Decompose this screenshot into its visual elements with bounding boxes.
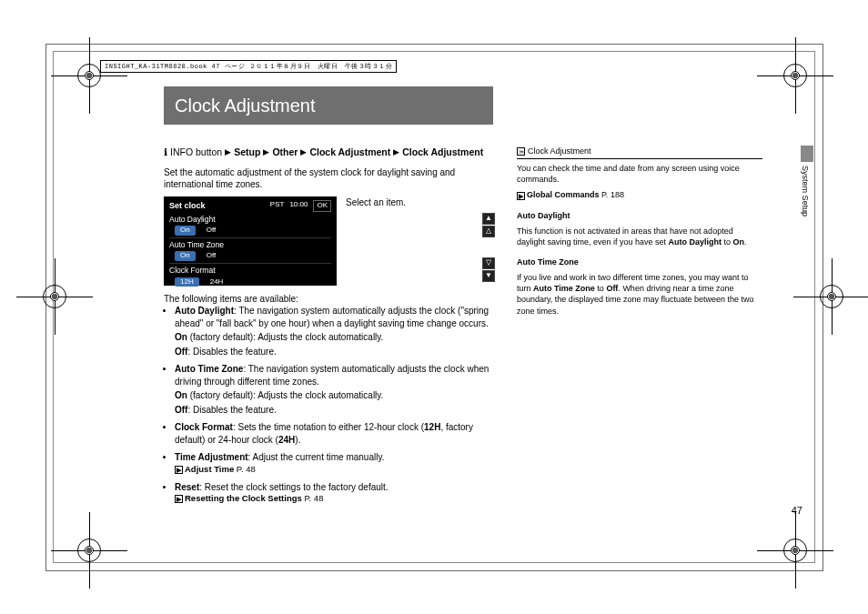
screenshot-tz: PST (270, 200, 285, 212)
breadcrumb-item: Clock Adjustment (309, 146, 390, 158)
breadcrumb-item: Clock Adjustment (402, 146, 483, 158)
item-name: Clock Format (175, 422, 233, 432)
crop-mark-icon (71, 532, 107, 569)
list-item: Time Adjustment: Adjust the current time… (175, 451, 497, 475)
note-icon: ≫ (517, 147, 525, 156)
reference-icon: ▶ (175, 466, 183, 474)
screenshot-row-title: Clock Format (169, 266, 331, 276)
triangle-icon: ▶ (225, 146, 231, 157)
item-off-desc: : Disables the feature. (187, 405, 276, 415)
list-item: Reset: Reset the clock settings to the f… (175, 481, 497, 505)
section-tab: System Setup (801, 146, 813, 282)
item-desc: : Adjust the current time manually. (248, 452, 385, 462)
item-mid2: 24H (278, 435, 295, 445)
item-on: On (175, 390, 187, 400)
item-desc3: ). (295, 435, 300, 445)
side-text: This function is not activated in areas … (517, 226, 762, 247)
tab-marker (801, 146, 813, 162)
breadcrumb: ℹ INFO button ▶ Setup ▶ Other ▶ Clock Ad… (164, 146, 497, 159)
ref-page: P. 48 (304, 493, 323, 503)
item-off: Off (175, 405, 187, 415)
scroll-bottom-icon: ▼ (482, 270, 495, 282)
ref-text: Adjust Time (185, 464, 234, 474)
screenshot-opt: Off (207, 226, 217, 236)
crop-mark-icon (813, 278, 850, 315)
screenshot-opt: On (175, 251, 196, 261)
side-text: If you live and work in two different ti… (517, 272, 762, 317)
item-on-desc: (factory default): Adjusts the clock aut… (187, 390, 383, 400)
item-mid: 12H (424, 422, 440, 432)
intro-text: Set the automatic adjustment of the syst… (164, 166, 497, 191)
content-area: ℹ INFO button ▶ Setup ▶ Other ▶ Clock Ad… (164, 146, 792, 510)
side-ref: Global Commands (527, 190, 600, 199)
triangle-icon: ▶ (393, 146, 399, 157)
crop-mark-icon (36, 278, 73, 315)
side-subhead: Auto Time Zone (517, 257, 579, 267)
side-subhead: Auto Daylight (517, 211, 570, 220)
triangle-icon: ▶ (300, 146, 307, 157)
device-screenshot-block: Set clock PST 10:00 OK Auto Daylight OnO… (164, 196, 497, 286)
breadcrumb-prefix: INFO button (170, 146, 222, 158)
main-column: ℹ INFO button ▶ Setup ▶ Other ▶ Clock Ad… (164, 146, 497, 510)
item-name: Auto Daylight (175, 306, 234, 316)
item-name: Time Adjustment (175, 452, 248, 462)
screenshot-row-title: Auto Time Zone (169, 240, 331, 250)
screenshot-title: Set clock (169, 200, 206, 211)
crop-mark-icon (777, 532, 813, 569)
side-column: ≫ Clock Adjustment You can check the tim… (517, 146, 762, 510)
device-screenshot: Set clock PST 10:00 OK Auto Daylight OnO… (164, 196, 337, 286)
list-item: Clock Format: Sets the time notation to … (175, 421, 497, 446)
list-item: Auto Daylight: The navigation system aut… (175, 305, 497, 357)
item-list: Auto Daylight: The navigation system aut… (175, 305, 497, 505)
select-item-text: Select an item. (346, 196, 406, 209)
screenshot-opt: 12H (175, 277, 199, 287)
screenshot-opt: Off (207, 251, 217, 261)
item-name: Auto Time Zone (175, 364, 243, 374)
page-title: Clock Adjustment (164, 86, 493, 125)
item-on: On (175, 332, 187, 342)
reference-icon: ▶ (175, 495, 183, 503)
tab-label: System Setup (801, 162, 810, 244)
info-icon: ℹ (164, 146, 167, 159)
page-number: 47 (792, 505, 802, 516)
list-item: Auto Time Zone: The navigation system au… (175, 363, 497, 416)
following-text: The following items are available: (164, 293, 497, 306)
side-head-text: Clock Adjustment (528, 146, 591, 156)
scroll-top-icon: ▲ (482, 213, 495, 225)
item-name: Reset (175, 482, 199, 492)
ref-text: Resetting the Clock Settings (185, 493, 302, 503)
item-off-desc: : Disables the feature. (187, 347, 276, 357)
item-desc: : Reset the clock settings to the factor… (199, 482, 388, 492)
crop-mark-icon (777, 57, 813, 94)
item-on-desc: (factory default): Adjusts the clock aut… (187, 332, 383, 342)
breadcrumb-item: Setup (234, 146, 260, 158)
screenshot-opt: 24H (210, 277, 224, 287)
ref-page: P. 48 (237, 464, 256, 474)
screenshot-time: 10:00 (289, 200, 308, 212)
breadcrumb-item: Other (272, 146, 298, 158)
side-heading: ≫ Clock Adjustment (517, 146, 762, 159)
book-header: INSIGHT_KA-31TM8820.book 47 ページ ２０１１年８月９… (100, 60, 397, 73)
item-desc: : Sets the time notation to either 12-ho… (233, 422, 424, 432)
screenshot-row-title: Auto Daylight (169, 215, 331, 225)
reference-icon: ▶ (517, 192, 525, 200)
screenshot-opt: On (175, 226, 196, 236)
screenshot-ok: OK (313, 200, 331, 212)
scroll-down-icon: ▽ (482, 257, 495, 269)
item-off: Off (175, 347, 187, 357)
side-text: You can check the time and date from any… (517, 163, 762, 185)
scroll-up-icon: △ (482, 226, 495, 237)
triangle-icon: ▶ (263, 146, 269, 157)
side-ref-page: P. 188 (601, 190, 624, 199)
